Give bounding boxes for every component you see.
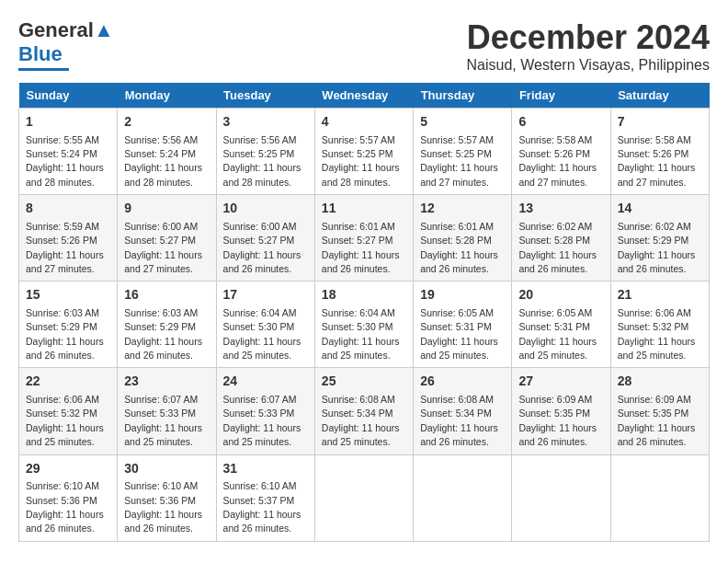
day-detail: Sunrise: 5:59 AMSunset: 5:26 PMDaylight:…: [26, 221, 104, 274]
calendar-cell: 31 Sunrise: 6:10 AMSunset: 5:37 PMDaylig…: [216, 454, 314, 541]
logo: General▲ Blue: [18, 18, 114, 71]
day-number: 12: [420, 200, 505, 218]
calendar-cell: 16 Sunrise: 6:03 AMSunset: 5:29 PMDaylig…: [118, 282, 216, 368]
day-number: 2: [124, 113, 209, 132]
calendar-cell: 20 Sunrise: 6:05 AMSunset: 5:31 PMDaylig…: [512, 282, 610, 368]
calendar-day-header: Friday: [512, 83, 610, 109]
day-number: 5: [420, 113, 505, 132]
day-detail: Sunrise: 5:56 AMSunset: 5:25 PMDaylight:…: [223, 134, 301, 188]
day-detail: Sunrise: 6:02 AMSunset: 5:29 PMDaylight:…: [618, 221, 696, 274]
day-detail: Sunrise: 5:57 AMSunset: 5:25 PMDaylight:…: [322, 134, 400, 188]
calendar-cell: 25 Sunrise: 6:08 AMSunset: 5:34 PMDaylig…: [314, 368, 413, 454]
calendar-day-header: Thursday: [414, 83, 512, 109]
day-number: 13: [518, 200, 603, 218]
day-number: 22: [26, 373, 110, 391]
calendar-cell: 22 Sunrise: 6:06 AMSunset: 5:32 PMDaylig…: [19, 368, 118, 454]
day-detail: Sunrise: 6:01 AMSunset: 5:27 PMDaylight:…: [322, 221, 400, 274]
day-detail: Sunrise: 6:04 AMSunset: 5:30 PMDaylight:…: [322, 307, 400, 361]
day-detail: Sunrise: 6:09 AMSunset: 5:35 PMDaylight:…: [618, 394, 696, 447]
day-detail: Sunrise: 5:58 AMSunset: 5:26 PMDaylight:…: [618, 134, 696, 188]
calendar-cell: 28 Sunrise: 6:09 AMSunset: 5:35 PMDaylig…: [610, 368, 709, 454]
calendar-week-row: 29 Sunrise: 6:10 AMSunset: 5:36 PMDaylig…: [19, 454, 710, 541]
day-detail: Sunrise: 6:08 AMSunset: 5:34 PMDaylight:…: [322, 394, 400, 447]
calendar-table: SundayMondayTuesdayWednesdayThursdayFrid…: [18, 83, 710, 542]
calendar-cell: 3 Sunrise: 5:56 AMSunset: 5:25 PMDayligh…: [216, 109, 314, 195]
calendar-day-header: Tuesday: [216, 83, 314, 109]
day-detail: Sunrise: 6:06 AMSunset: 5:32 PMDaylight:…: [26, 394, 104, 447]
day-detail: Sunrise: 6:09 AMSunset: 5:35 PMDaylight:…: [518, 394, 597, 447]
logo-text: General▲: [18, 18, 114, 42]
day-number: 1: [26, 113, 110, 132]
calendar-cell: 1 Sunrise: 5:55 AMSunset: 5:24 PMDayligh…: [19, 109, 118, 195]
day-number: 23: [124, 373, 209, 391]
day-detail: Sunrise: 6:06 AMSunset: 5:32 PMDaylight:…: [618, 307, 696, 361]
calendar-cell: 23 Sunrise: 6:07 AMSunset: 5:33 PMDaylig…: [118, 368, 216, 454]
day-detail: Sunrise: 6:00 AMSunset: 5:27 PMDaylight:…: [223, 221, 301, 274]
day-detail: Sunrise: 5:55 AMSunset: 5:24 PMDaylight:…: [26, 134, 104, 188]
day-number: 27: [518, 373, 603, 391]
day-detail: Sunrise: 6:01 AMSunset: 5:28 PMDaylight:…: [420, 221, 498, 274]
calendar-cell: [610, 454, 709, 541]
calendar-body: 1 Sunrise: 5:55 AMSunset: 5:24 PMDayligh…: [19, 109, 710, 542]
title-block: December 2024 Naisud, Western Visayas, P…: [467, 18, 710, 74]
calendar-cell: 18 Sunrise: 6:04 AMSunset: 5:30 PMDaylig…: [314, 282, 413, 368]
day-detail: Sunrise: 6:07 AMSunset: 5:33 PMDaylight:…: [223, 394, 301, 447]
calendar-cell: [512, 454, 610, 541]
day-detail: Sunrise: 6:10 AMSunset: 5:36 PMDaylight:…: [124, 480, 202, 534]
calendar-day-header: Monday: [118, 83, 216, 109]
day-number: 15: [26, 286, 110, 304]
day-detail: Sunrise: 6:04 AMSunset: 5:30 PMDaylight:…: [223, 307, 301, 361]
logo-underline: [18, 68, 69, 71]
calendar-cell: 15 Sunrise: 6:03 AMSunset: 5:29 PMDaylig…: [19, 282, 118, 368]
day-number: 9: [124, 200, 209, 218]
day-detail: Sunrise: 5:58 AMSunset: 5:26 PMDaylight:…: [518, 134, 597, 188]
calendar-day-header: Sunday: [19, 83, 118, 109]
page-subtitle: Naisud, Western Visayas, Philippines: [467, 57, 710, 74]
calendar-cell: 19 Sunrise: 6:05 AMSunset: 5:31 PMDaylig…: [414, 282, 512, 368]
day-detail: Sunrise: 6:10 AMSunset: 5:36 PMDaylight:…: [26, 480, 104, 534]
page-header: General▲ Blue December 2024 Naisud, West…: [18, 18, 710, 74]
calendar-cell: 4 Sunrise: 5:57 AMSunset: 5:25 PMDayligh…: [314, 109, 413, 195]
day-number: 3: [223, 113, 308, 132]
day-number: 7: [618, 113, 702, 132]
calendar-day-header: Saturday: [610, 83, 709, 109]
day-detail: Sunrise: 6:00 AMSunset: 5:27 PMDaylight:…: [124, 221, 202, 274]
calendar-cell: 7 Sunrise: 5:58 AMSunset: 5:26 PMDayligh…: [610, 109, 709, 195]
day-detail: Sunrise: 6:02 AMSunset: 5:28 PMDaylight:…: [518, 221, 597, 274]
day-number: 30: [124, 460, 209, 478]
day-number: 4: [322, 113, 406, 132]
day-number: 31: [223, 460, 308, 478]
calendar-cell: 2 Sunrise: 5:56 AMSunset: 5:24 PMDayligh…: [118, 109, 216, 195]
day-number: 17: [223, 286, 308, 304]
calendar-cell: 6 Sunrise: 5:58 AMSunset: 5:26 PMDayligh…: [512, 109, 610, 195]
day-number: 19: [420, 286, 505, 304]
day-number: 26: [420, 373, 505, 391]
page-title: December 2024: [467, 18, 710, 57]
calendar-header-row: SundayMondayTuesdayWednesdayThursdayFrid…: [19, 83, 710, 109]
day-number: 6: [518, 113, 603, 132]
day-detail: Sunrise: 6:05 AMSunset: 5:31 PMDaylight:…: [518, 307, 597, 361]
calendar-cell: 21 Sunrise: 6:06 AMSunset: 5:32 PMDaylig…: [610, 282, 709, 368]
day-detail: Sunrise: 6:03 AMSunset: 5:29 PMDaylight:…: [124, 307, 202, 361]
day-detail: Sunrise: 6:08 AMSunset: 5:34 PMDaylight:…: [420, 394, 498, 447]
day-number: 14: [618, 200, 702, 218]
day-detail: Sunrise: 6:07 AMSunset: 5:33 PMDaylight:…: [124, 394, 202, 447]
day-number: 29: [26, 460, 110, 478]
day-number: 28: [618, 373, 702, 391]
calendar-cell: 5 Sunrise: 5:57 AMSunset: 5:25 PMDayligh…: [414, 109, 512, 195]
calendar-week-row: 22 Sunrise: 6:06 AMSunset: 5:32 PMDaylig…: [19, 368, 710, 454]
day-number: 20: [518, 286, 603, 304]
calendar-cell: 27 Sunrise: 6:09 AMSunset: 5:35 PMDaylig…: [512, 368, 610, 454]
calendar-cell: 30 Sunrise: 6:10 AMSunset: 5:36 PMDaylig…: [118, 454, 216, 541]
calendar-cell: [414, 454, 512, 541]
day-number: 18: [322, 286, 406, 304]
calendar-week-row: 8 Sunrise: 5:59 AMSunset: 5:26 PMDayligh…: [19, 195, 710, 282]
day-number: 8: [26, 200, 110, 218]
calendar-cell: 8 Sunrise: 5:59 AMSunset: 5:26 PMDayligh…: [19, 195, 118, 282]
calendar-cell: 24 Sunrise: 6:07 AMSunset: 5:33 PMDaylig…: [216, 368, 314, 454]
day-number: 11: [322, 200, 406, 218]
day-detail: Sunrise: 5:57 AMSunset: 5:25 PMDaylight:…: [420, 134, 498, 188]
calendar-cell: 14 Sunrise: 6:02 AMSunset: 5:29 PMDaylig…: [610, 195, 709, 282]
calendar-week-row: 15 Sunrise: 6:03 AMSunset: 5:29 PMDaylig…: [19, 282, 710, 368]
day-number: 24: [223, 373, 308, 391]
